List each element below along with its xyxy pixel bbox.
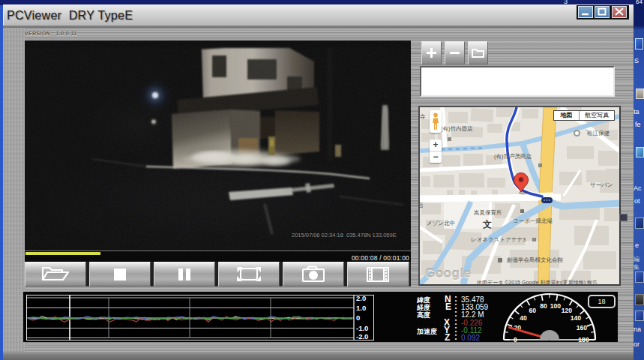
svg-text:-1.0: -1.0 [356,324,368,332]
svg-text:0: 0 [514,336,517,342]
svg-text:140: 140 [571,314,582,322]
svg-text:40: 40 [520,314,527,322]
svg-text:1.0: 1.0 [356,304,366,312]
svg-text:180: 180 [578,336,589,342]
svg-text:0: 0 [356,314,360,322]
svg-text:100: 100 [550,302,562,310]
svg-text:60: 60 [529,307,537,314]
svg-text:2.0: 2.0 [356,296,366,302]
svg-text:80: 80 [540,302,547,310]
svg-text:160: 160 [577,324,588,332]
svg-text:120: 120 [562,307,573,314]
svg-text:-2.0: -2.0 [356,332,368,340]
